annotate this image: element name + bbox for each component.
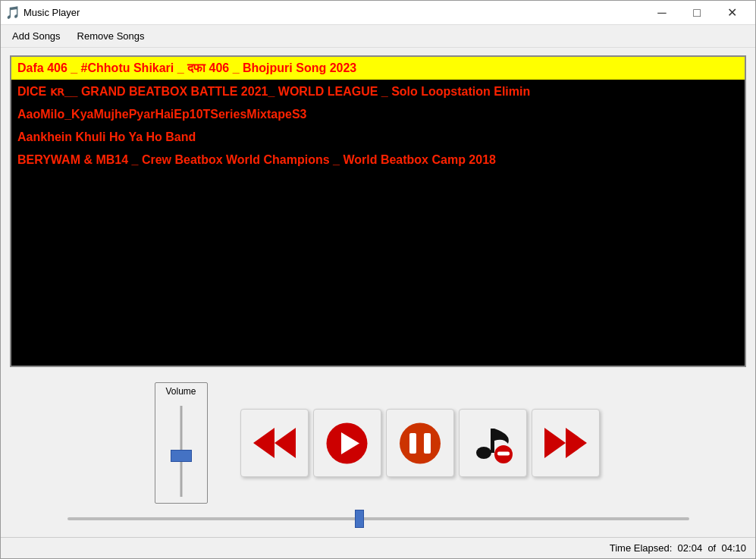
song-item[interactable]: BERYWAM & MB14 _ Crew Beatbox World Cham… bbox=[11, 149, 745, 171]
song-item[interactable]: DICE ᴋʀ__ GRAND BEATBOX BATTLE 2021_ WOR… bbox=[11, 80, 745, 103]
elapsed-time: 02:04 bbox=[678, 542, 703, 554]
song-item[interactable]: AaoMilo_KyaMujhePyarHaiEp10TSeriesMixtap… bbox=[11, 103, 745, 126]
music-remove-icon bbox=[470, 421, 516, 465]
svg-rect-8 bbox=[491, 429, 494, 453]
volume-slider[interactable] bbox=[166, 406, 196, 497]
progress-track[interactable] bbox=[67, 517, 689, 520]
volume-label: Volume bbox=[165, 386, 196, 397]
maximize-button[interactable]: □ bbox=[679, 1, 714, 25]
play-button[interactable] bbox=[313, 409, 381, 477]
svg-point-7 bbox=[476, 447, 491, 459]
svg-marker-11 bbox=[544, 428, 566, 458]
svg-rect-5 bbox=[409, 433, 416, 454]
window-controls: ─ □ ✕ bbox=[645, 1, 749, 25]
rewind-icon bbox=[252, 424, 297, 462]
volume-group: Volume bbox=[155, 382, 208, 504]
svg-point-4 bbox=[400, 422, 441, 463]
progress-thumb[interactable] bbox=[355, 510, 364, 528]
title-bar: 🎵 Music Player ─ □ ✕ bbox=[1, 1, 755, 25]
volume-thumb[interactable] bbox=[171, 450, 192, 462]
fastforward-icon bbox=[543, 424, 588, 462]
rewind-button[interactable] bbox=[240, 409, 309, 477]
add-songs-menu[interactable]: Add Songs bbox=[4, 27, 69, 46]
window-title: Music Player bbox=[24, 7, 645, 18]
status-text: Time Elapsed: 02:04 of 04:10 bbox=[610, 542, 746, 554]
song-item[interactable]: Aankhein Khuli Ho Ya Ho Band bbox=[11, 126, 745, 149]
svg-marker-1 bbox=[274, 428, 296, 458]
controls-row: Volume bbox=[155, 382, 602, 504]
svg-rect-6 bbox=[424, 433, 431, 454]
play-icon bbox=[326, 422, 368, 464]
total-time: 04:10 bbox=[721, 542, 746, 554]
svg-marker-12 bbox=[566, 428, 587, 458]
svg-rect-10 bbox=[497, 452, 510, 456]
controls-section: Volume bbox=[1, 375, 755, 537]
pause-button[interactable] bbox=[386, 409, 454, 477]
remove-song-button[interactable] bbox=[459, 409, 527, 477]
status-bar: Time Elapsed: 02:04 of 04:10 bbox=[1, 537, 755, 558]
pause-icon bbox=[397, 422, 443, 464]
menu-bar: Add Songs Remove Songs bbox=[1, 25, 755, 48]
remove-songs-menu[interactable]: Remove Songs bbox=[69, 27, 153, 46]
progress-container bbox=[67, 511, 689, 526]
time-elapsed-label: Time Elapsed: bbox=[610, 542, 673, 554]
playlist: Dafa 406 _ #Chhotu Shikari _ दफा 406 _ B… bbox=[11, 57, 745, 366]
minimize-button[interactable]: ─ bbox=[645, 1, 679, 25]
close-button[interactable]: ✕ bbox=[714, 1, 749, 25]
of-label: of bbox=[707, 542, 716, 554]
fastforward-button[interactable] bbox=[532, 409, 600, 477]
playlist-container: Dafa 406 _ #Chhotu Shikari _ दफा 406 _ B… bbox=[10, 55, 746, 367]
app-icon: 🎵 bbox=[7, 7, 19, 19]
svg-marker-0 bbox=[253, 428, 274, 458]
song-item[interactable]: Dafa 406 _ #Chhotu Shikari _ दफा 406 _ B… bbox=[11, 57, 745, 80]
main-window: 🎵 Music Player ─ □ ✕ Add Songs Remove So… bbox=[0, 0, 756, 559]
